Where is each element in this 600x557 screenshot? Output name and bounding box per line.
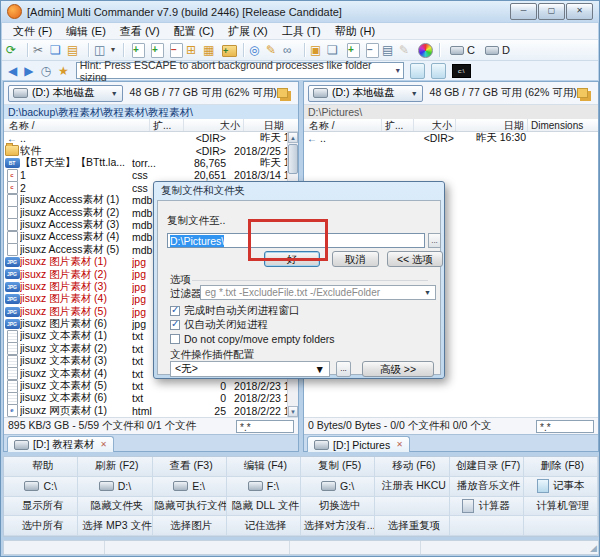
- maximize-button[interactable]: ▢: [538, 3, 565, 20]
- scroll-up-icon[interactable]: ▲: [288, 132, 298, 143]
- advanced-button[interactable]: 高级 >>: [362, 361, 434, 377]
- file-plus-icon[interactable]: +: [347, 43, 360, 58]
- new-folder-icon[interactable]: +: [222, 45, 237, 57]
- function-button[interactable]: C:\: [4, 477, 78, 497]
- function-button[interactable]: 播放音乐文件: [450, 477, 524, 497]
- function-button[interactable]: 选择 MP3 文件: [78, 516, 152, 536]
- titlebar[interactable]: [Admin] Multi Commander v7.9 (build 2446…: [1, 1, 599, 22]
- toolbar-separator[interactable]: [304, 43, 306, 57]
- layout-dropdown-icon[interactable]: ▾: [111, 42, 119, 58]
- tab-close-icon[interactable]: ✕: [396, 440, 403, 449]
- right-drive-selector[interactable]: (D:) 本地磁盘 ▼: [308, 85, 423, 102]
- new-file-template-icon[interactable]: +: [151, 43, 164, 58]
- function-button[interactable]: 复制 (F5): [301, 457, 375, 477]
- function-button[interactable]: E:\: [153, 477, 227, 497]
- function-button[interactable]: 记事本: [524, 477, 598, 497]
- file-row[interactable]: c 1 css 20,651 2018/3/14 10:09: [4, 169, 298, 181]
- folder-stack-icon[interactable]: [277, 88, 288, 98]
- file-row[interactable]: 软件 <DIR> 2018/2/25 16:09: [4, 144, 298, 156]
- file-attributes-icon[interactable]: ❏: [327, 42, 344, 58]
- hint-dropdown[interactable]: Hint: Press ESCAPE to abort background p…: [76, 62, 404, 79]
- options-toggle-button[interactable]: << 选项: [387, 251, 443, 267]
- checkbox-icon[interactable]: [170, 306, 180, 316]
- preview-icon[interactable]: ◎: [249, 42, 266, 58]
- function-button[interactable]: 选中所有: [4, 516, 78, 536]
- file-row[interactable]: BT 【BT天堂】【BTtt.la... torr... 86,765 昨天 1…: [4, 157, 298, 169]
- column-header-date[interactable]: 日期: [456, 119, 528, 131]
- rename-disabled-icon[interactable]: ✎: [399, 42, 416, 58]
- browse-button[interactable]: ...: [428, 233, 441, 248]
- plugin-dropdown[interactable]: <无> ▼: [170, 361, 330, 377]
- new-file-icon[interactable]: +: [132, 43, 145, 58]
- dialog-checkbox-row[interactable]: Do not copy/move empty folders: [170, 333, 335, 345]
- function-button[interactable]: 隐藏可执行文件: [153, 497, 227, 517]
- close-button[interactable]: ✕: [566, 3, 593, 20]
- left-path-bar[interactable]: D:\backup\教程素材\教程素材\教程素材\: [4, 105, 298, 119]
- function-button[interactable]: G:\: [301, 477, 375, 497]
- checkbox-icon[interactable]: [170, 334, 180, 344]
- function-button[interactable]: D:\: [78, 477, 152, 497]
- scroll-down-icon[interactable]: ▼: [288, 406, 298, 417]
- function-button[interactable]: 选择对方没有...: [301, 516, 375, 536]
- column-header-name[interactable]: 名称 /: [4, 119, 150, 131]
- delete-file-icon[interactable]: −: [170, 43, 183, 58]
- right-filter-input[interactable]: *.*: [536, 420, 594, 433]
- right-tab[interactable]: [D:] Pictures ✕: [307, 436, 410, 452]
- column-header-size[interactable]: 大小: [184, 119, 244, 131]
- function-button[interactable]: 注册表 HKCU: [375, 477, 449, 497]
- right-path-bar[interactable]: D:\Pictures\: [304, 105, 598, 119]
- function-button[interactable]: 查看 (F3): [153, 457, 227, 477]
- function-button[interactable]: [450, 516, 524, 536]
- menu-item[interactable]: 配置 (C): [167, 24, 221, 39]
- toolbar-separator[interactable]: [27, 43, 29, 57]
- refresh-explorer-icon[interactable]: ⟳: [6, 42, 23, 58]
- drive-c-button[interactable]: C: [445, 44, 480, 56]
- column-header-ext[interactable]: 扩...: [382, 119, 414, 131]
- function-button[interactable]: 显示所有: [4, 497, 78, 517]
- forward-icon[interactable]: ▶: [24, 64, 33, 78]
- function-button[interactable]: F:\: [227, 477, 301, 497]
- find-files-icon[interactable]: ∞: [283, 42, 300, 58]
- history-icon[interactable]: ◷: [40, 64, 50, 78]
- archive-add-icon[interactable]: ⊞: [186, 42, 203, 58]
- left-tab[interactable]: [D:] 教程素材 ✕: [7, 436, 114, 452]
- menu-item[interactable]: 帮助 (H): [328, 24, 382, 39]
- function-button[interactable]: 计算器: [450, 497, 524, 517]
- folder-size-icon[interactable]: ▣: [310, 42, 327, 58]
- column-header-dimensions[interactable]: Dimensions: [528, 119, 598, 131]
- column-header-size[interactable]: 大小: [414, 119, 456, 131]
- copy-icon[interactable]: ❏: [50, 42, 67, 58]
- function-button[interactable]: 选择重复项: [375, 516, 449, 536]
- cancel-button[interactable]: 取消: [332, 251, 379, 267]
- file-row[interactable]: jisuxz 文本素材 (5) txt 0 2018/2/23 19:19: [4, 380, 298, 392]
- function-button[interactable]: 创建目录 (F7): [450, 457, 524, 477]
- file-row[interactable]: .. <DIR> 昨天 15:23: [4, 132, 298, 144]
- pack-files-icon[interactable]: ▦: [203, 42, 220, 58]
- toolbar-separator[interactable]: [439, 43, 441, 57]
- explorer-panel-icon[interactable]: [410, 63, 425, 79]
- file-row[interactable]: jisuxz 文本素材 (6) txt 0 2018/2/23 19:19: [4, 392, 298, 404]
- function-button[interactable]: 刷新 (F2): [78, 457, 152, 477]
- function-button[interactable]: [524, 516, 598, 536]
- back-icon[interactable]: ◀: [8, 64, 17, 78]
- function-button[interactable]: [375, 497, 449, 517]
- left-drive-selector[interactable]: (D:) 本地磁盘 ▼: [8, 85, 123, 102]
- panel-layout-icon[interactable]: ◫: [94, 42, 111, 58]
- toolbar-separator[interactable]: [123, 43, 125, 57]
- function-button[interactable]: 隐藏 DLL 文件: [227, 497, 301, 517]
- function-button[interactable]: 记住选择: [227, 516, 301, 536]
- menu-item[interactable]: 编辑 (E): [59, 24, 113, 39]
- menu-item[interactable]: 查看 (V): [113, 24, 167, 39]
- command-prompt-icon[interactable]: c:\: [452, 64, 471, 78]
- file-row[interactable]: e jisuxz 网页素材 (1) html 25 2018/2/22 19:2…: [4, 405, 298, 417]
- drive-d-button[interactable]: D: [480, 44, 515, 56]
- cut-icon[interactable]: ✂: [33, 42, 50, 58]
- dialog-checkbox-row[interactable]: 仅自动关闭短进程: [170, 319, 268, 331]
- plugin-browse-button[interactable]: ...: [336, 361, 351, 377]
- toolbar-separator[interactable]: [88, 43, 90, 57]
- scrollbar-thumb[interactable]: [288, 144, 298, 174]
- column-header-ext[interactable]: 扩...: [150, 119, 184, 131]
- function-button[interactable]: 移动 (F6): [375, 457, 449, 477]
- resize-grip[interactable]: ◢: [590, 543, 597, 553]
- menu-item[interactable]: 工具 (T): [275, 24, 328, 39]
